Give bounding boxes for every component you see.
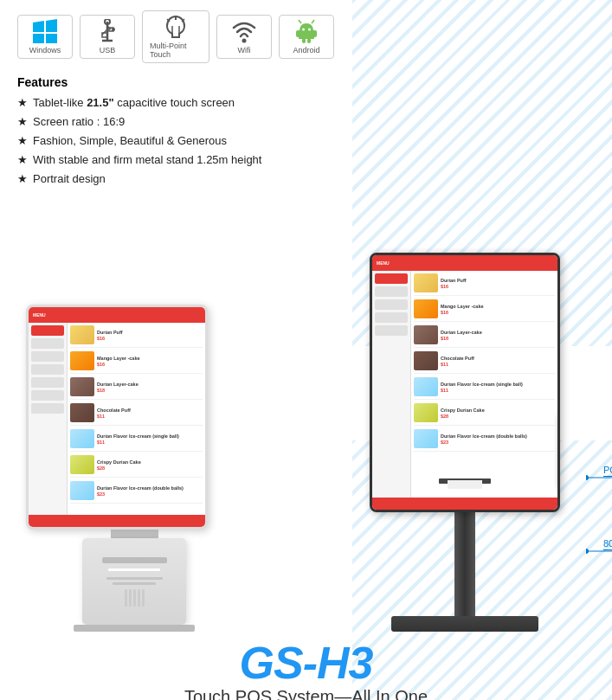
svg-marker-4 xyxy=(33,21,44,32)
black-base xyxy=(391,616,538,632)
menu-name-4: Durian Flavor Ice-cream (single ball) xyxy=(97,433,203,440)
windows-label: Windows xyxy=(29,46,61,55)
printer-paper xyxy=(108,568,160,571)
black-screen-body: Durian Puff $16 Mango Layer -cake $16 xyxy=(372,271,557,498)
menu-info-4: Durian Flavor Ice-cream (single ball) $1… xyxy=(97,433,203,445)
pos-label: POS terminal holder xyxy=(603,465,612,477)
menu-name-2: Durian Layer-cake xyxy=(97,382,203,388)
screen-bottom-bar xyxy=(29,515,205,527)
menu-img-0 xyxy=(70,325,94,344)
svg-marker-6 xyxy=(33,34,44,43)
b-menu-info-0: Durian Puff $16 xyxy=(441,278,555,289)
menu-name-6: Durian Flavor Ice-cream (double balls) xyxy=(97,485,203,491)
menu-price-3: $11 xyxy=(97,414,203,419)
neck-top xyxy=(111,530,158,538)
feature-text-4: Portrait design xyxy=(33,170,106,189)
black-screen-menu: Durian Puff $16 Mango Layer -cake $16 xyxy=(411,271,557,498)
b-menu-img-6 xyxy=(414,429,438,448)
feature-text-0: Tablet-like 21.5" capacitive touch scree… xyxy=(33,93,235,112)
black-kiosk-stand xyxy=(344,512,586,632)
menu-name-5: Crispy Durian Cake xyxy=(97,459,203,466)
svg-rect-26 xyxy=(296,30,300,37)
touch-label: Multi-Point Touch xyxy=(150,42,202,59)
white-kiosk-stand xyxy=(26,530,242,632)
b-screen-bottom-bar xyxy=(372,498,557,510)
svg-line-30 xyxy=(299,20,301,23)
svg-marker-7 xyxy=(46,34,57,43)
star-2: ★ xyxy=(17,132,28,151)
feature-text-1: Screen ratio : 16:9 xyxy=(33,112,125,132)
b-sidebar-item-4 xyxy=(375,312,408,323)
printer-callout-text: 80mm thermal printer xyxy=(603,538,612,550)
black-kiosk-screen: MENU Durian Puff xyxy=(370,253,560,512)
screen-body: Durian Puff $16 Mango Layer -cake $16 xyxy=(29,323,205,515)
wifi-icon xyxy=(230,19,258,43)
sidebar-item-4 xyxy=(31,364,64,375)
feature-item-2: ★ Fashion, Simple, Beautiful & Generous xyxy=(17,132,595,151)
touch-icon xyxy=(160,15,191,39)
tagline: Touch POS System—All In One xyxy=(17,687,595,700)
wifi-icon-badge: Wifi xyxy=(216,15,272,59)
menu-price-2: $18 xyxy=(97,388,203,393)
menu-price-5: $28 xyxy=(97,466,203,471)
menu-row-1: Mango Layer -cake $16 xyxy=(70,351,203,374)
menu-row-5: Crispy Durian Cake $28 xyxy=(70,455,203,478)
body-detail xyxy=(106,577,163,580)
b-menu-row-2: Durian Layer-cake $18 xyxy=(414,325,555,348)
star-0: ★ xyxy=(17,93,28,112)
sidebar-item-2 xyxy=(31,338,64,349)
svg-point-28 xyxy=(302,29,305,31)
menu-name-3: Chocolate Puff xyxy=(97,408,203,414)
sidebar-item-6 xyxy=(31,390,64,401)
callout-printer: 80mm thermal printer xyxy=(586,538,612,564)
b-menu-img-0 xyxy=(414,273,438,292)
star-1: ★ xyxy=(17,112,28,132)
svg-rect-25 xyxy=(307,38,311,43)
feature-item-1: ★ Screen ratio : 16:9 xyxy=(17,112,595,132)
black-screen-sidebar xyxy=(372,271,411,498)
white-kiosk-screen: MENU xyxy=(26,305,208,530)
black-screen-top-bar: MENU xyxy=(372,255,557,271)
menu-info-3: Chocolate Puff $11 xyxy=(97,408,203,419)
b-menu-row-0: Durian Puff $16 xyxy=(414,273,555,296)
b-sidebar-item-2 xyxy=(375,286,408,297)
printer-slot xyxy=(102,557,167,563)
products-container: MENU xyxy=(0,208,612,632)
model-name: GS-H3 xyxy=(17,640,595,685)
white-kiosk: MENU xyxy=(26,305,242,632)
menu-name-0: Durian Puff xyxy=(97,330,203,336)
menu-info-5: Crispy Durian Cake $28 xyxy=(97,459,203,471)
svg-point-14 xyxy=(112,28,115,31)
menu-price-1: $16 xyxy=(97,362,203,367)
menu-price-0: $16 xyxy=(97,336,203,341)
menu-row-0: Durian Puff $16 xyxy=(70,325,203,348)
icons-row: Windows USB xyxy=(17,10,595,63)
pos-callout-text: POS terminal holder xyxy=(603,465,612,477)
windows-icon-badge: Windows xyxy=(17,15,73,59)
b-sidebar-item-1 xyxy=(375,273,408,284)
receipt-paper xyxy=(448,480,482,489)
feature-item-0: ★ Tablet-like 21.5" capacitive touch scr… xyxy=(17,93,595,112)
feature-item-4: ★ Portrait design xyxy=(17,170,595,189)
features-section: Features ★ Tablet-like 21.5" capacitive … xyxy=(17,75,595,189)
svg-rect-23 xyxy=(299,30,314,39)
b-menu-img-2 xyxy=(414,325,438,344)
menu-info-6: Durian Flavor Ice-cream (double balls) $… xyxy=(97,485,203,497)
b-sidebar-item-3 xyxy=(375,299,408,310)
vent xyxy=(125,589,145,607)
b-menu-row-3: Chocolate Puff $11 xyxy=(414,351,555,374)
black-kiosk: MENU Durian Puff xyxy=(344,253,586,632)
features-title: Features xyxy=(17,75,595,89)
menu-row-6: Durian Flavor Ice-cream (double balls) $… xyxy=(70,481,203,504)
svg-point-29 xyxy=(308,29,311,31)
screen-inner: MENU xyxy=(29,307,205,527)
feature-text-2: Fashion, Simple, Beautiful & Generous xyxy=(33,132,227,151)
screen-sidebar xyxy=(29,323,68,515)
svg-point-33 xyxy=(586,475,589,480)
menu-img-4 xyxy=(70,429,94,448)
b-menu-row-6: Durian Flavor Ice-cream (double balls) $… xyxy=(414,429,555,452)
sidebar-item-3 xyxy=(31,351,64,362)
menu-img-6 xyxy=(70,481,94,500)
printer-label: 80mm thermal printer xyxy=(603,538,612,550)
menu-name-1: Mango Layer -cake xyxy=(97,356,203,362)
